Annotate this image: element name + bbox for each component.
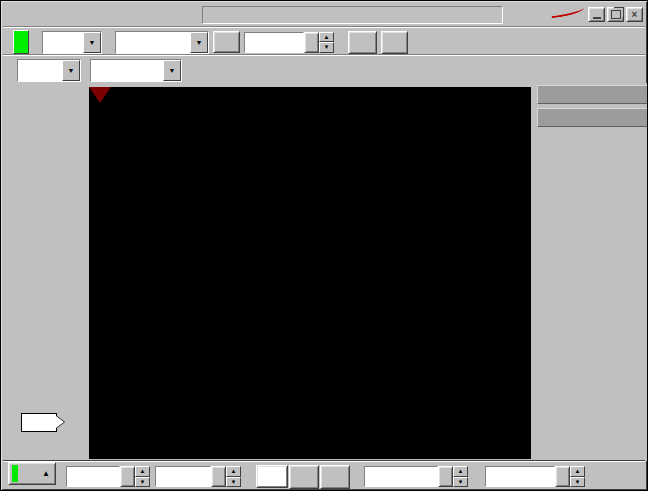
trigger-level-field[interactable]	[244, 32, 304, 53]
trigger-level-stepper: ▲ ▼	[319, 32, 334, 53]
channel-select-button[interactable]: ▲	[8, 462, 56, 485]
readout-panel	[537, 85, 648, 459]
minimize-button[interactable]	[588, 7, 605, 22]
vertical-scale-field[interactable]	[66, 466, 120, 487]
chevron-down-icon[interactable]: ▼	[163, 60, 181, 81]
oscilloscope-app-window: × ▼ ▼ ▲ ▼ ▼ ▼	[0, 0, 648, 491]
main-toolbar: ▼ ▼ ▲ ▼	[3, 27, 645, 56]
context-help-button[interactable]	[381, 31, 408, 54]
marker-arrow-icon	[56, 416, 64, 428]
vertical-offset-control: ▲ ▼	[155, 465, 241, 488]
window-controls: ×	[588, 7, 645, 22]
horizontal-scale-field[interactable]	[364, 466, 438, 487]
keypad-icon[interactable]	[120, 466, 135, 487]
measurement-group-select[interactable]: ▼	[90, 59, 182, 82]
chevron-down-icon[interactable]: ▼	[83, 32, 101, 53]
run-stop-button[interactable]	[13, 30, 29, 54]
measurement-toolbar: ▼ ▼	[3, 55, 645, 84]
bottom-control-bar: ▲ ▲ ▼ ▲ ▼ ▲ ▼	[3, 461, 645, 490]
waveform-window	[3, 83, 647, 461]
chevron-down-icon[interactable]: ▼	[62, 60, 80, 81]
timebase-view-control	[256, 465, 350, 488]
close-icon: ×	[632, 10, 638, 20]
horizontal-scale-stepper: ▲ ▼	[453, 466, 468, 487]
close-button[interactable]: ×	[626, 7, 643, 22]
vertical-scale-stepper: ▲ ▼	[135, 466, 150, 487]
graticule-svg	[89, 87, 389, 237]
channel-color-bar	[12, 465, 18, 482]
channel-position-marker[interactable]	[21, 413, 57, 432]
trigger-status	[202, 6, 502, 24]
set-level-50-button[interactable]	[348, 31, 377, 54]
decrement-button[interactable]: ▼	[319, 42, 334, 53]
menu-bar: ×	[3, 3, 645, 26]
vertical-offset-field[interactable]	[155, 466, 211, 487]
measurement-category-select[interactable]: ▼	[17, 59, 81, 82]
chevron-down-icon[interactable]: ▼	[190, 32, 208, 53]
horizontal-position-stepper: ▲ ▼	[570, 466, 585, 487]
increment-button[interactable]: ▲	[570, 466, 585, 477]
keypad-icon[interactable]	[304, 32, 319, 53]
decrement-button[interactable]: ▼	[226, 477, 241, 488]
zoom-1-button[interactable]	[289, 465, 319, 489]
chevron-up-icon: ▲	[42, 469, 50, 478]
restore-button[interactable]	[607, 7, 624, 22]
decrement-button[interactable]: ▼	[453, 477, 468, 488]
horizontal-position-field[interactable]	[485, 466, 555, 487]
increment-button[interactable]: ▲	[453, 466, 468, 477]
trigger-source-select[interactable]: ▼	[115, 31, 209, 54]
acq-mode-select[interactable]: ▼	[42, 31, 102, 54]
increment-button[interactable]: ▲	[135, 466, 150, 477]
measurement-panel-header	[537, 108, 648, 127]
decrement-button[interactable]: ▼	[570, 477, 585, 488]
increment-button[interactable]: ▲	[319, 32, 334, 43]
keypad-icon[interactable]	[211, 466, 226, 487]
main-timebase-button[interactable]	[256, 465, 288, 488]
horizontal-scale-control: ▲ ▼	[364, 465, 468, 488]
vertical-offset-stepper: ▲ ▼	[226, 466, 241, 487]
trigger-slope-button[interactable]	[213, 31, 240, 53]
minimize-icon	[593, 17, 601, 19]
keypad-icon[interactable]	[555, 466, 570, 487]
trigger-position-marker[interactable]	[89, 87, 111, 103]
graticule-display[interactable]	[89, 87, 531, 459]
increment-button[interactable]: ▲	[226, 466, 241, 477]
vertical-scale-control: ▲ ▼	[66, 465, 150, 488]
waveform-panel-header	[537, 85, 648, 104]
restore-icon	[611, 10, 621, 19]
keypad-icon[interactable]	[438, 466, 453, 487]
decrement-button[interactable]: ▼	[135, 477, 150, 488]
horizontal-position-control: ▲ ▼	[485, 465, 585, 488]
zoom-2-button[interactable]	[320, 465, 350, 489]
